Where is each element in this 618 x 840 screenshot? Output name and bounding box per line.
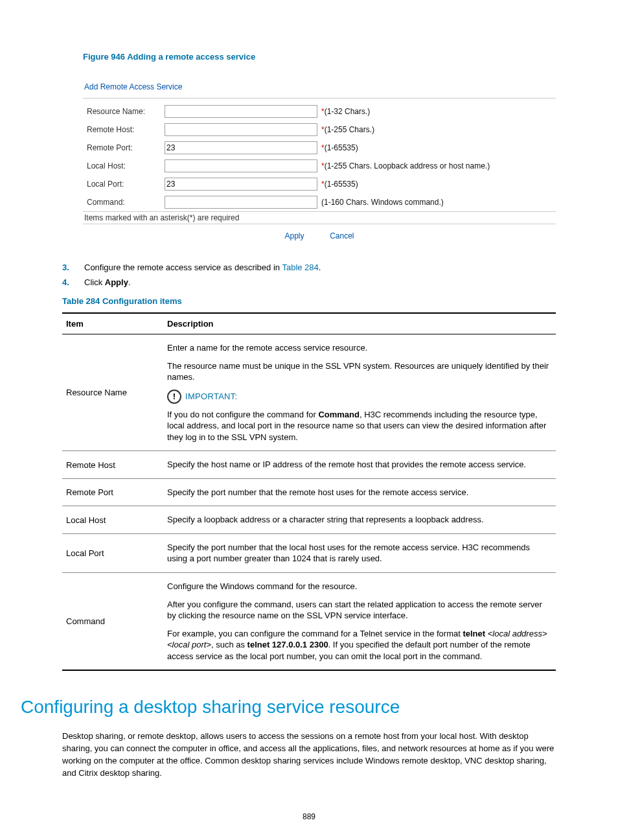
desc-p: Specify a loopback address or a characte… <box>167 514 549 526</box>
form-row-remote-host: Remote Host: *(1-255 Chars.) <box>83 121 556 139</box>
form-row-local-port: Local Port: *(1-65535) <box>83 175 556 193</box>
label-command: Command: <box>87 198 165 207</box>
hint-text: (1-65535) <box>325 143 358 152</box>
desc-p: After you configure the command, users c… <box>167 599 549 622</box>
table-caption: Table 284 Configuration items <box>62 296 556 306</box>
cell-item: Remote Port <box>62 478 163 506</box>
desc-p: Specify the host name or IP address of t… <box>167 459 549 471</box>
remote-port-input[interactable] <box>165 141 317 154</box>
hint-text: (1-255 Chars.) <box>325 125 374 134</box>
hint-remote-port: *(1-65535) <box>321 143 358 152</box>
step-text: Click Apply. <box>84 277 556 287</box>
form-buttons: Apply Cancel <box>83 224 556 243</box>
desc-p: Enter a name for the remote access servi… <box>167 342 549 354</box>
step-pre: Configure the remote access service as d… <box>84 262 282 272</box>
required-note: Items marked with an asterisk(*) are req… <box>83 211 556 224</box>
form-screenshot: Add Remote Access Service Resource Name:… <box>83 81 556 243</box>
cell-desc: Specify the port number that the remote … <box>163 478 556 506</box>
local-port-input[interactable] <box>165 178 317 191</box>
label-local-port: Local Port: <box>87 180 165 189</box>
desc-span: If you do not configure the command for <box>167 410 318 419</box>
label-local-host: Local Host: <box>87 161 165 170</box>
section-body: Desktop sharing, or remote desktop, allo… <box>62 730 556 779</box>
cancel-button[interactable]: Cancel <box>330 231 354 240</box>
desc-bold: telnet <box>463 629 485 638</box>
resource-name-input[interactable] <box>165 105 317 118</box>
command-input[interactable] <box>165 196 317 209</box>
cell-item: Local Host <box>62 506 163 534</box>
apply-button[interactable]: Apply <box>284 231 304 240</box>
hint-local-host: *(1-255 Chars. Loopback address or host … <box>321 161 490 170</box>
hint-command: (1-160 Chars. Windows command.) <box>321 198 444 207</box>
form-row-resource-name: Resource Name: *(1-32 Chars.) <box>83 102 556 121</box>
desc-p: If you do not configure the command for … <box>167 409 549 443</box>
step-post: . <box>319 262 321 272</box>
step-pre: Click <box>84 277 105 287</box>
table-row: Local Port Specify the port number that … <box>62 533 556 572</box>
label-remote-port: Remote Port: <box>87 143 165 152</box>
cell-desc: Specify the host name or IP address of t… <box>163 451 556 479</box>
table-row: Resource Name Enter a name for the remot… <box>62 334 556 451</box>
cell-item: Command <box>62 573 163 671</box>
important-icon: ! <box>167 390 181 404</box>
desc-p: The resource name must be unique in the … <box>167 360 549 383</box>
step-4: 4. Click Apply. <box>62 277 556 287</box>
table-link[interactable]: Table 284 <box>282 262 318 272</box>
desc-bold: telnet 127.0.0.1 2300 <box>247 640 328 649</box>
table-row: Remote Port Specify the port number that… <box>62 478 556 506</box>
hint-remote-host: *(1-255 Chars.) <box>321 125 374 134</box>
form-row-local-host: Local Host: *(1-255 Chars. Loopback addr… <box>83 157 556 175</box>
section-heading: Configuring a desktop sharing service re… <box>21 697 556 718</box>
figure-caption: Figure 946 Adding a remote access servic… <box>83 52 556 62</box>
hint-resource-name: *(1-32 Chars.) <box>321 107 370 116</box>
th-description: Description <box>163 313 556 334</box>
cell-desc: Enter a name for the remote access servi… <box>163 334 556 451</box>
hint-local-port: *(1-65535) <box>321 180 358 189</box>
step-post: . <box>128 277 131 287</box>
important-callout: ! IMPORTANT: <box>167 390 549 404</box>
config-table: Item Description Resource Name Enter a n… <box>62 312 556 671</box>
label-remote-host: Remote Host: <box>87 125 165 134</box>
cell-desc: Configure the Windows command for the re… <box>163 573 556 671</box>
label-resource-name: Resource Name: <box>87 107 165 116</box>
hint-text: (1-65535) <box>325 180 358 189</box>
local-host-input[interactable] <box>165 159 317 172</box>
desc-p: Specify the port number that the remote … <box>167 487 549 498</box>
step-3: 3. Configure the remote access service a… <box>62 262 556 272</box>
cell-desc: Specify a loopback address or a characte… <box>163 506 556 534</box>
th-item: Item <box>62 313 163 334</box>
step-bold: Apply <box>105 277 128 287</box>
step-number: 4. <box>62 277 84 287</box>
form-row-command: Command: (1-160 Chars. Windows command.) <box>83 193 556 211</box>
table-row: Remote Host Specify the host name or IP … <box>62 451 556 479</box>
desc-bold: Command <box>318 410 360 419</box>
table-row: Local Host Specify a loopback address or… <box>62 506 556 534</box>
desc-span: For example, you can configure the comma… <box>167 629 463 638</box>
desc-p: For example, you can configure the comma… <box>167 628 549 662</box>
step-text: Configure the remote access service as d… <box>84 262 556 272</box>
divider <box>83 98 556 99</box>
desc-p: Specify the port number that the local h… <box>167 542 549 565</box>
remote-host-input[interactable] <box>165 123 317 136</box>
form-row-remote-port: Remote Port: *(1-65535) <box>83 139 556 157</box>
steps-list: 3. Configure the remote access service a… <box>62 262 556 287</box>
desc-p: Configure the Windows command for the re… <box>167 581 549 592</box>
cell-item: Remote Host <box>62 451 163 479</box>
step-number: 3. <box>62 262 84 272</box>
cell-desc: Specify the port number that the local h… <box>163 533 556 572</box>
page-number: 889 <box>62 812 556 821</box>
hint-text: (1-160 Chars. Windows command.) <box>321 198 444 207</box>
table-row: Command Configure the Windows command fo… <box>62 573 556 671</box>
form-title: Add Remote Access Service <box>83 81 556 95</box>
cell-item: Local Port <box>62 533 163 572</box>
hint-text: (1-32 Chars.) <box>325 107 371 116</box>
cell-item: Resource Name <box>62 334 163 451</box>
important-label: IMPORTANT: <box>185 391 238 401</box>
desc-span: , such as <box>211 640 247 649</box>
hint-text: (1-255 Chars. Loopback address or host n… <box>325 161 490 170</box>
